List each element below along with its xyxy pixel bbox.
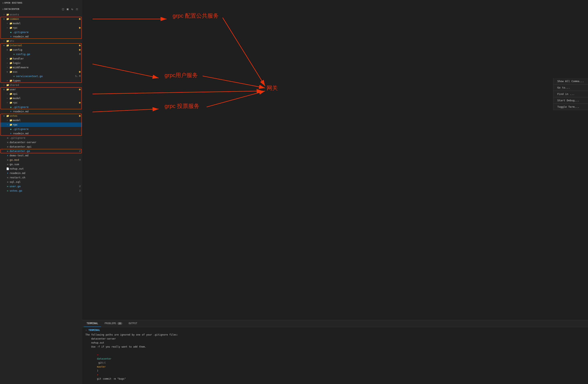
tab-output[interactable]: OUTPUT xyxy=(126,320,140,327)
chevron-internal-config: ∨ xyxy=(6,48,9,52)
tree-item-internal-logic[interactable]: › 📁 logic xyxy=(0,61,82,65)
hint-toggle-terminal[interactable]: Toggle Term... xyxy=(553,104,588,110)
label-gitignore-root: .gitignore xyxy=(10,136,82,140)
tree-item-demo-test[interactable]: ⬇ demo-test.md xyxy=(0,153,82,158)
datacenter-header[interactable]: ∨ DATACENTER □ ▣ ↻ ◻ xyxy=(0,6,82,12)
tree-item-internal-config[interactable]: ∨ 📁 config xyxy=(0,48,82,52)
folder-icon-user-rpc: 📁 xyxy=(9,100,13,105)
new-folder-icon[interactable]: ▣ xyxy=(66,7,69,11)
refresh-icon[interactable]: ↻ xyxy=(71,7,74,11)
label-demo-test: demo-test.md xyxy=(10,153,82,158)
tree-item-restart-sh[interactable]: ≡ restart.sh xyxy=(0,175,82,180)
hint-goto[interactable]: Go to... xyxy=(553,84,588,91)
tree-item-common-rpc[interactable]: › 📁 rpc xyxy=(0,26,82,30)
annotation-grpc-user: grpc用户服务 xyxy=(165,72,198,78)
annotation-svg: grpc 配置公共服务 grpc用户服务 网关 grpc 投票服务 xyxy=(82,0,588,320)
svg-line-2 xyxy=(93,64,159,78)
label-internal-logic: logic xyxy=(13,61,82,65)
label-internal: internal xyxy=(10,43,79,48)
tree-item-etc[interactable]: › 📁 etc xyxy=(0,39,82,43)
folder-icon-shared: 📁 xyxy=(6,83,10,87)
annotation-grpc-common: grpc 配置公共服务 xyxy=(172,13,219,19)
label-votes-model: model xyxy=(13,118,82,122)
label-votes: votes xyxy=(10,114,79,118)
new-file-icon[interactable]: □ xyxy=(61,7,65,11)
chevron-internal-types: › xyxy=(6,78,9,83)
chevron-internal-middleware: › xyxy=(6,65,9,70)
tree-item-user-gitignore[interactable]: ◆ .gitignore xyxy=(0,105,82,109)
collapse-all-icon[interactable]: ◻ xyxy=(75,7,79,11)
label-common-readmin: readmin.md xyxy=(13,35,82,39)
tree-item-votes-rpc[interactable]: › 📁 rpc xyxy=(0,122,82,127)
tree-item-shared[interactable]: › 📁 shared xyxy=(0,83,82,87)
tree-item-votes[interactable]: ∨ 📁 votes xyxy=(0,114,82,118)
arrow-icon-votes-readmin: ⬇ xyxy=(9,131,13,136)
tree-item-user-readmin[interactable]: ⬇ readmin.md xyxy=(0,109,82,114)
chevron-user-api: › xyxy=(6,92,9,96)
arrow-icon-demo-test: ⬇ xyxy=(6,153,10,158)
lines-icon-go-mod: ≡ xyxy=(6,158,10,162)
terminal-git-close: ) xyxy=(97,369,100,372)
tree-item-datacenter-server[interactable]: ≡ datacenter-server xyxy=(0,140,82,145)
terminal-content: › TERMINAL The following paths are ignor… xyxy=(82,327,588,384)
terminal-line-4: → datacenter git:( master ) ✗ git commit… xyxy=(85,349,585,384)
tree-item-votes-model[interactable]: › 📁 model xyxy=(0,118,82,122)
label-internal-svc: svc xyxy=(13,70,79,74)
tree-item-user-rpc[interactable]: › 📁 rpc xyxy=(0,100,82,105)
chevron-internal-svc: ∨ xyxy=(6,70,9,74)
folder-icon-votes-rpc: 📁 xyxy=(9,122,13,127)
label-user-rpc: rpc xyxy=(13,100,79,105)
tree-item-gitignore-root[interactable]: ≡ .gitignore xyxy=(0,136,82,140)
tree-item-votes-go[interactable]: ∞ votes.go 2 xyxy=(0,189,82,193)
svg-line-5 xyxy=(223,18,265,86)
folder-icon-votes-model: 📁 xyxy=(9,118,13,122)
tree-item-user-api[interactable]: › 📁 api xyxy=(0,92,82,96)
tree-item-internal[interactable]: ∨ 📁 internal xyxy=(0,43,82,48)
open-editors-header[interactable]: ∨ OPEN EDITORS xyxy=(0,0,82,6)
tree-item-user-go[interactable]: ∞ user.go 2 xyxy=(0,184,82,189)
hint-find-in[interactable]: Find in ... xyxy=(553,91,588,97)
tree-item-nohup-out[interactable]: 📄 nohup.out xyxy=(0,167,82,171)
tree-item-internal-middleware[interactable]: › 📁 middleware xyxy=(0,65,82,70)
tree-item-go-mod[interactable]: ≡ go.mod 4 xyxy=(0,158,82,162)
tree-item-votes-gitignore[interactable]: ◆ .gitignore xyxy=(0,127,82,131)
badge-votes-go: 2 xyxy=(79,189,81,193)
tree-item-go-sum[interactable]: ≡ go.sum xyxy=(0,162,82,167)
label-config-go: config.go xyxy=(16,52,79,57)
tree-item-datacenter-api[interactable]: ≡ datacenter.api xyxy=(0,145,82,149)
terminal-expand-icon[interactable]: › xyxy=(85,329,87,331)
label-etc: etc xyxy=(10,39,82,43)
tree-item-common-readmin[interactable]: ⬇ readmin.md xyxy=(0,35,82,39)
file-tree: › 📁 assets ∨ 📁 common › 📁 model › 📁 rpc xyxy=(0,12,82,384)
label-user-readmin: readmin.md xyxy=(13,109,82,114)
label-votes-go: votes.go xyxy=(10,189,79,193)
label-common-rpc: rpc xyxy=(13,26,79,30)
tree-item-readmin-root[interactable]: ⬇ readmin.md xyxy=(0,171,82,175)
chevron-internal-logic: › xyxy=(6,61,9,65)
tree-item-user-model[interactable]: › 📁 model xyxy=(0,96,82,100)
tree-item-servicecontext[interactable]: ∞ servicecontext.go 5, M xyxy=(0,74,82,78)
svg-line-4 xyxy=(93,109,159,112)
tree-item-internal-svc[interactable]: ∨ 📁 svc xyxy=(0,70,82,74)
tab-terminal[interactable]: TERMINAL xyxy=(84,320,101,327)
text-icon-nohup-out: 📄 xyxy=(6,167,10,171)
chevron-user: ∨ xyxy=(2,87,6,92)
tree-item-user[interactable]: ∨ 📁 user xyxy=(0,87,82,92)
tree-item-datacenter-go[interactable]: ∞ datacenter.go 2 xyxy=(0,149,82,153)
tree-item-sql-sql[interactable]: ≡ sql.sql xyxy=(0,180,82,184)
tab-problems[interactable]: PROBLEMS 26 xyxy=(102,320,125,327)
tree-item-common-model[interactable]: › 📁 model xyxy=(0,21,82,26)
hint-start-debug[interactable]: Start Debug... xyxy=(553,97,588,104)
tree-item-internal-handler[interactable]: › 📁 handler xyxy=(0,57,82,61)
folder-icon-common-model: 📁 xyxy=(9,21,13,26)
lines-icon-gitignore-root: ≡ xyxy=(6,136,10,140)
hint-show-all-commands[interactable]: Show All Comma... xyxy=(553,78,588,84)
tree-item-internal-config-go[interactable]: ∞ config.go M xyxy=(0,52,82,57)
tree-item-votes-readmin[interactable]: ⬇ readmin.md xyxy=(0,131,82,136)
tree-item-common-gitignore[interactable]: ◆ .gitignore xyxy=(0,30,82,35)
tree-item-common[interactable]: ∨ 📁 common xyxy=(0,17,82,21)
tree-item-internal-types[interactable]: › 📁 types xyxy=(0,78,82,83)
tree-item-assets[interactable]: › 📁 assets xyxy=(0,12,82,17)
sidebar-toolbar: □ ▣ ↻ ◻ xyxy=(61,7,81,11)
svg-line-3 xyxy=(93,91,263,94)
